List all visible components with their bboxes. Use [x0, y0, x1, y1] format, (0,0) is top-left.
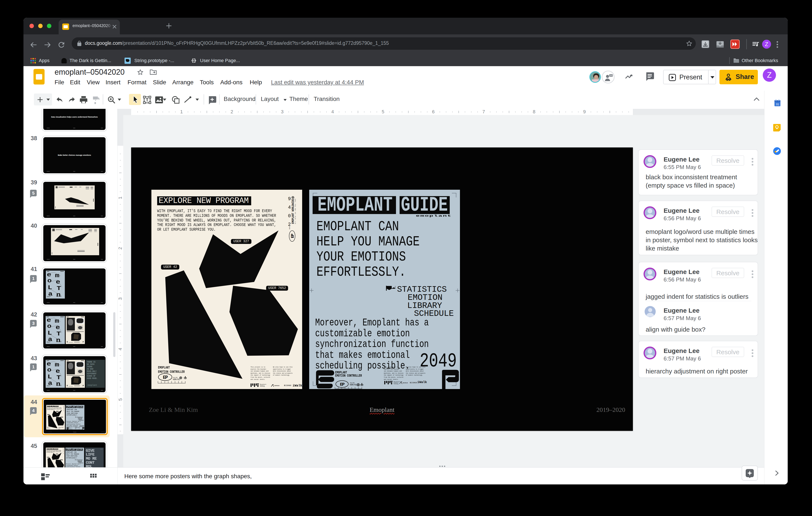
svg-text:8: 8 [533, 109, 535, 114]
svg-text:EP: EP [290, 234, 295, 238]
svg-text:EP: EP [163, 375, 168, 380]
svg-text:6: 6 [432, 109, 435, 114]
svg-text:3: 3 [118, 297, 123, 300]
svg-text:NEURALINK: NEURALINK [61, 429, 62, 429]
svg-text:9: 9 [583, 109, 586, 114]
svg-text:NEURALINK: NEURALINK [274, 385, 279, 386]
svg-text:EP: EP [63, 453, 64, 454]
svg-text:4: 4 [331, 109, 334, 114]
svg-text:EP: EP [340, 382, 345, 387]
svg-text:2: 2 [118, 247, 123, 249]
svg-text:3: 3 [281, 109, 283, 114]
svg-text:7: 7 [482, 109, 485, 114]
svg-text:4: 4 [118, 348, 123, 350]
svg-text:1: 1 [180, 109, 183, 114]
svg-text:NEURALINK: NEURALINK [78, 429, 78, 429]
svg-text:Technology: Technology [394, 383, 399, 384]
svg-text:Technology: Technology [260, 386, 265, 387]
svg-text:31: 31 [776, 103, 779, 106]
svg-text:5: 5 [382, 109, 384, 114]
svg-text:5: 5 [118, 398, 123, 401]
svg-text:NEURALINK: NEURALINK [403, 382, 408, 383]
svg-text:EP: EP [63, 410, 64, 411]
svg-text:2: 2 [231, 109, 233, 114]
svg-text:1: 1 [118, 196, 123, 199]
